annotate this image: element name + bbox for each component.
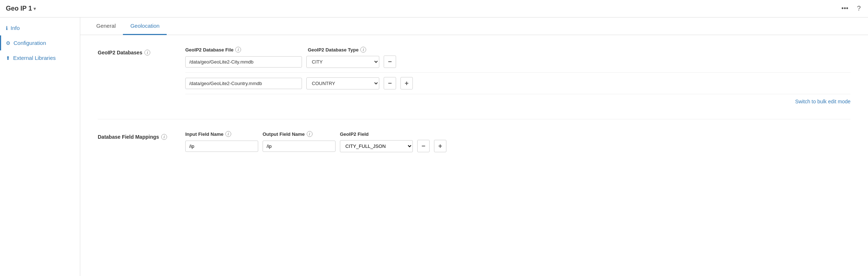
fm-col-header-output: Output Field Name i bbox=[263, 131, 336, 137]
db-add-button[interactable]: + bbox=[400, 77, 413, 89]
db-file-input-city[interactable] bbox=[185, 56, 302, 68]
info-icon: ℹ bbox=[6, 25, 8, 31]
fm-col-headers: Input Field Name i Output Field Name i G… bbox=[185, 131, 850, 137]
fm-input-field[interactable] bbox=[185, 141, 258, 152]
fm-row-1: CITY_FULL_JSON CITY COUNTRY COUNTRY_CODE… bbox=[185, 140, 850, 152]
bulk-edit-link[interactable]: Switch to bulk edit mode bbox=[795, 99, 850, 104]
geoip2-databases-label: GeoIP2 Databases i bbox=[98, 47, 171, 55]
db-remove-button-city[interactable]: − bbox=[384, 55, 396, 68]
gear-icon: ⚙ bbox=[6, 40, 11, 46]
db-col-headers: GeoIP2 Database File i GeoIP2 Database T… bbox=[185, 47, 850, 53]
content-area: General Geolocation GeoIP2 Databases i G… bbox=[80, 18, 868, 276]
sidebar-item-info-label: Info bbox=[11, 25, 20, 31]
tab-geolocation[interactable]: Geolocation bbox=[123, 18, 167, 35]
field-mappings-info-icon: i bbox=[161, 134, 167, 140]
db-row-country: CITY COUNTRY ASN CONNECTION_TYPE DOMAIN … bbox=[185, 77, 850, 94]
db-remove-button-country[interactable]: − bbox=[384, 77, 396, 89]
bulk-edit-link-container: Switch to bulk edit mode bbox=[185, 99, 850, 104]
sidebar-item-configuration[interactable]: ⚙ Configuration bbox=[0, 35, 80, 50]
tab-general[interactable]: General bbox=[89, 18, 123, 35]
tabs-bar: General Geolocation bbox=[80, 18, 868, 35]
fm-add-button[interactable]: + bbox=[434, 140, 446, 152]
sidebar-item-external-libraries-label: External Libraries bbox=[13, 55, 56, 61]
main-layout: ℹ Info ⚙ Configuration ⬆ External Librar… bbox=[0, 18, 868, 276]
geoip2-databases-content: GeoIP2 Database File i GeoIP2 Database T… bbox=[185, 47, 850, 104]
sidebar: ℹ Info ⚙ Configuration ⬆ External Librar… bbox=[0, 18, 80, 276]
db-type-select-country[interactable]: CITY COUNTRY ASN CONNECTION_TYPE DOMAIN … bbox=[306, 77, 379, 89]
content-body: GeoIP2 Databases i GeoIP2 Database File … bbox=[80, 35, 868, 276]
upload-icon: ⬆ bbox=[6, 55, 10, 61]
header-actions: ••• ? bbox=[840, 3, 862, 14]
fm-col-header-geoip: GeoIP2 Field bbox=[340, 131, 413, 137]
help-button[interactable]: ? bbox=[856, 3, 862, 14]
fm-col-header-input: Input Field Name i bbox=[185, 131, 258, 137]
fm-geoip-select[interactable]: CITY_FULL_JSON CITY COUNTRY COUNTRY_CODE… bbox=[340, 140, 413, 152]
geoip2-databases-section: GeoIP2 Databases i GeoIP2 Database File … bbox=[98, 47, 850, 104]
db-row-city: CITY COUNTRY ASN CONNECTION_TYPE DOMAIN … bbox=[185, 55, 850, 73]
db-file-header-info-icon: i bbox=[235, 47, 241, 53]
header-bar: Geo IP 1 ▾ ••• ? bbox=[0, 0, 868, 18]
title-chevron-icon: ▾ bbox=[34, 6, 36, 11]
sidebar-item-external-libraries[interactable]: ⬆ External Libraries bbox=[0, 50, 80, 65]
sidebar-item-configuration-label: Configuration bbox=[13, 40, 46, 46]
section-divider bbox=[98, 119, 850, 119]
sidebar-item-info[interactable]: ℹ Info bbox=[0, 20, 80, 35]
page-title-button[interactable]: Geo IP 1 ▾ bbox=[6, 5, 36, 12]
db-type-header-info-icon: i bbox=[360, 47, 366, 53]
output-field-header-info-icon: i bbox=[307, 131, 313, 137]
page-title-text: Geo IP 1 bbox=[6, 5, 32, 12]
more-options-button[interactable]: ••• bbox=[840, 3, 850, 14]
field-mappings-section: Database Field Mappings i Input Field Na… bbox=[98, 131, 850, 157]
input-field-header-info-icon: i bbox=[225, 131, 231, 137]
db-type-select-city[interactable]: CITY COUNTRY ASN CONNECTION_TYPE DOMAIN … bbox=[306, 56, 379, 68]
fm-remove-button[interactable]: − bbox=[417, 140, 430, 152]
geoip2-databases-info-icon: i bbox=[144, 50, 150, 55]
fm-output-field[interactable] bbox=[263, 141, 336, 152]
field-mappings-label: Database Field Mappings i bbox=[98, 131, 171, 140]
col-header-db-file: GeoIP2 Database File i bbox=[185, 47, 302, 53]
field-mappings-content: Input Field Name i Output Field Name i G… bbox=[185, 131, 850, 157]
db-file-input-country[interactable] bbox=[185, 78, 302, 89]
col-header-db-type: GeoIP2 Database Type i bbox=[308, 47, 381, 53]
